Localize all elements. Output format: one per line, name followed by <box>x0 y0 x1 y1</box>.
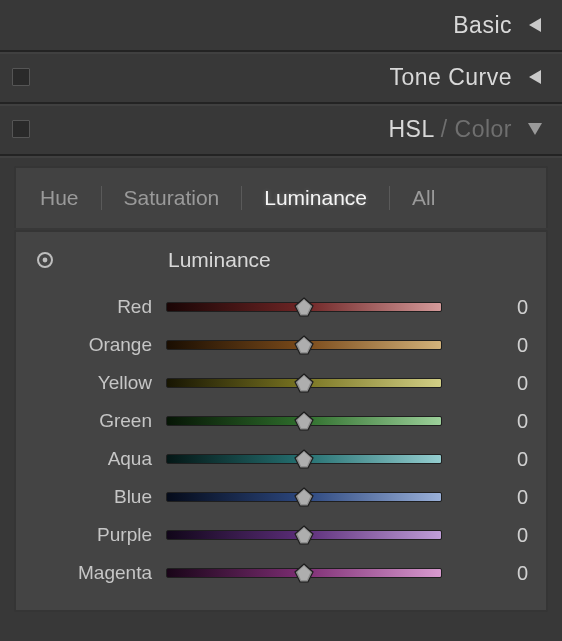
hslcolor-swatch-icon <box>12 120 30 138</box>
triangle-down-icon <box>526 120 544 138</box>
slider-row-purple: Purple 0 <box>30 516 532 554</box>
slider-purple[interactable] <box>166 524 476 546</box>
svg-marker-17 <box>295 526 313 544</box>
hsl-tabs: Hue Saturation Luminance All <box>16 168 546 228</box>
tab-all[interactable]: All <box>410 186 437 210</box>
panel-header-tonecurve[interactable]: Tone Curve <box>0 52 562 104</box>
slider-track-magenta[interactable] <box>166 568 442 578</box>
slider-label-yellow: Yellow <box>30 372 166 394</box>
targeted-adjustment-tool-icon[interactable] <box>34 249 56 271</box>
slider-green[interactable] <box>166 410 476 432</box>
slider-label-green: Green <box>30 410 166 432</box>
slider-value-blue[interactable]: 0 <box>476 486 532 509</box>
slider-track-aqua[interactable] <box>166 454 442 464</box>
slider-knob-red[interactable] <box>293 297 315 317</box>
slider-row-green: Green 0 <box>30 402 532 440</box>
tab-separator <box>389 186 390 210</box>
slider-label-red: Red <box>30 296 166 318</box>
slider-knob-yellow[interactable] <box>293 373 315 393</box>
slider-track-blue[interactable] <box>166 492 442 502</box>
slider-value-magenta[interactable]: 0 <box>476 562 532 585</box>
svg-marker-18 <box>298 528 311 542</box>
hsl-label[interactable]: HSL <box>388 116 433 142</box>
slider-red[interactable] <box>166 296 476 318</box>
tab-luminance[interactable]: Luminance <box>262 186 369 210</box>
slider-yellow[interactable] <box>166 372 476 394</box>
slider-label-purple: Purple <box>30 524 166 546</box>
svg-marker-11 <box>295 412 313 430</box>
svg-marker-12 <box>298 414 311 428</box>
svg-marker-16 <box>298 490 311 504</box>
slider-magenta[interactable] <box>166 562 476 584</box>
slider-knob-blue[interactable] <box>293 487 315 507</box>
slider-track-yellow[interactable] <box>166 378 442 388</box>
tab-saturation[interactable]: Saturation <box>122 186 222 210</box>
panel-title-basic: Basic <box>453 12 512 39</box>
tab-separator <box>241 186 242 210</box>
svg-marker-10 <box>298 376 311 390</box>
svg-point-4 <box>43 258 48 263</box>
slider-blue[interactable] <box>166 486 476 508</box>
tab-separator <box>101 186 102 210</box>
svg-marker-8 <box>298 338 311 352</box>
triangle-left-icon <box>526 68 544 86</box>
slider-knob-purple[interactable] <box>293 525 315 545</box>
hsl-tabs-container: Hue Saturation Luminance All <box>14 166 548 228</box>
svg-marker-13 <box>295 450 313 468</box>
slider-label-magenta: Magenta <box>30 562 166 584</box>
slider-value-red[interactable]: 0 <box>476 296 532 319</box>
slider-track-green[interactable] <box>166 416 442 426</box>
svg-marker-2 <box>528 123 542 135</box>
svg-marker-15 <box>295 488 313 506</box>
color-label[interactable]: Color <box>455 116 512 142</box>
slider-row-blue: Blue 0 <box>30 478 532 516</box>
svg-marker-5 <box>295 298 313 316</box>
slider-row-magenta: Magenta 0 <box>30 554 532 592</box>
panel-title-tonecurve: Tone Curve <box>389 64 512 91</box>
slider-value-aqua[interactable]: 0 <box>476 448 532 471</box>
slider-knob-green[interactable] <box>293 411 315 431</box>
slider-track-orange[interactable] <box>166 340 442 350</box>
slider-row-aqua: Aqua 0 <box>30 440 532 478</box>
luminance-section-head: Luminance <box>30 248 532 272</box>
slider-row-orange: Orange 0 <box>30 326 532 364</box>
svg-marker-0 <box>529 18 541 32</box>
svg-marker-6 <box>298 300 311 314</box>
svg-marker-20 <box>298 566 311 580</box>
slider-label-aqua: Aqua <box>30 448 166 470</box>
slider-row-yellow: Yellow 0 <box>30 364 532 402</box>
svg-marker-7 <box>295 336 313 354</box>
hsl-sep: / <box>434 116 455 142</box>
triangle-left-icon <box>526 16 544 34</box>
slider-value-orange[interactable]: 0 <box>476 334 532 357</box>
luminance-sliders-panel: Luminance Red 0Orange 0Yellow 0Green 0Aq… <box>14 230 548 612</box>
panel-header-basic[interactable]: Basic <box>0 0 562 52</box>
slider-value-purple[interactable]: 0 <box>476 524 532 547</box>
slider-track-red[interactable] <box>166 302 442 312</box>
slider-label-orange: Orange <box>30 334 166 356</box>
svg-marker-19 <box>295 564 313 582</box>
slider-value-yellow[interactable]: 0 <box>476 372 532 395</box>
slider-track-purple[interactable] <box>166 530 442 540</box>
slider-knob-magenta[interactable] <box>293 563 315 583</box>
slider-aqua[interactable] <box>166 448 476 470</box>
slider-row-red: Red 0 <box>30 288 532 326</box>
slider-knob-aqua[interactable] <box>293 449 315 469</box>
slider-value-green[interactable]: 0 <box>476 410 532 433</box>
panel-title-hslcolor: HSL / Color <box>388 116 512 143</box>
svg-marker-9 <box>295 374 313 392</box>
slider-orange[interactable] <box>166 334 476 356</box>
slider-label-blue: Blue <box>30 486 166 508</box>
tonecurve-swatch-icon <box>12 68 30 86</box>
svg-marker-14 <box>298 452 311 466</box>
tab-hue[interactable]: Hue <box>38 186 81 210</box>
section-title: Luminance <box>168 248 271 272</box>
slider-knob-orange[interactable] <box>293 335 315 355</box>
svg-marker-1 <box>529 70 541 84</box>
panel-header-hslcolor[interactable]: HSL / Color <box>0 104 562 156</box>
